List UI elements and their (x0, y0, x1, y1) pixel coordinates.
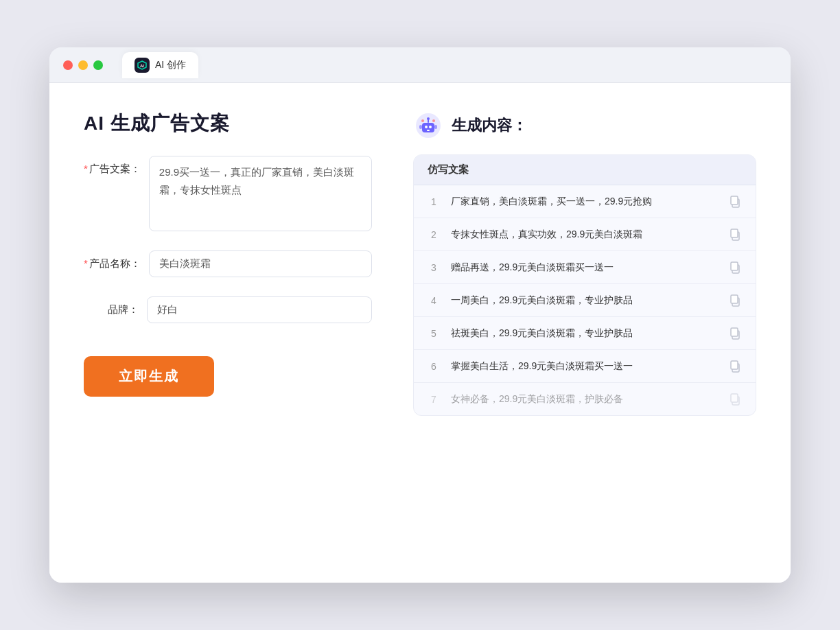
svg-text:AI: AI (140, 64, 144, 68)
close-button[interactable] (63, 60, 73, 70)
copy-button[interactable] (728, 294, 742, 307)
table-row: 2专抹女性斑点，真实功效，29.9元美白淡斑霜 (414, 218, 756, 251)
row-number: 5 (428, 328, 440, 339)
svg-point-8 (427, 117, 430, 120)
row-number: 3 (428, 262, 440, 273)
svg-rect-20 (731, 295, 738, 303)
row-text: 女神必备，29.9元美白淡斑霜，护肤必备 (451, 392, 717, 406)
brand-label: 品牌： (84, 296, 139, 316)
result-title: 生成内容： (452, 115, 527, 136)
minimize-button[interactable] (78, 60, 88, 70)
ai-tab-icon: AI (135, 58, 150, 73)
page-title: AI 生成广告文案 (84, 110, 372, 137)
ad-copy-input[interactable]: 29.9买一送一，真正的厂家直销，美白淡斑霜，专抹女性斑点 (149, 156, 372, 231)
svg-rect-26 (731, 394, 738, 402)
generate-button[interactable]: 立即生成 (84, 356, 214, 397)
row-text: 厂家直销，美白淡斑霜，买一送一，29.9元抢购 (451, 194, 717, 209)
row-number: 2 (428, 229, 440, 240)
row-number: 1 (428, 196, 440, 207)
brand-group: 品牌： (84, 296, 372, 323)
traffic-lights (63, 60, 103, 70)
left-panel: AI 生成广告文案 *广告文案： 29.9买一送一，真正的厂家直销，美白淡斑霜，… (84, 110, 372, 555)
table-row: 3赠品再送，29.9元美白淡斑霜买一送一 (414, 251, 756, 284)
svg-rect-16 (731, 229, 738, 237)
copy-button[interactable] (728, 228, 742, 242)
required-star-2: * (84, 257, 88, 269)
ad-copy-group: *广告文案： 29.9买一送一，真正的厂家直销，美白淡斑霜，专抹女性斑点 (84, 156, 372, 231)
svg-point-12 (432, 119, 435, 122)
row-text: 掌握美白生活，29.9元美白淡斑霜买一送一 (451, 359, 717, 373)
required-star-1: * (84, 163, 88, 174)
svg-rect-4 (425, 126, 428, 128)
row-number: 4 (428, 295, 440, 306)
row-text: 一周美白，29.9元美白淡斑霜，专业护肤品 (451, 293, 717, 307)
row-text: 赠品再送，29.9元美白淡斑霜买一送一 (451, 260, 717, 275)
result-table: 仿写文案 1厂家直销，美白淡斑霜，买一送一，29.9元抢购2专抹女性斑点，真实功… (413, 154, 756, 416)
ad-copy-label: *广告文案： (84, 156, 141, 176)
table-row: 4一周美白，29.9元美白淡斑霜，专业护肤品 (414, 284, 756, 317)
result-header: 生成内容： (413, 110, 756, 141)
svg-rect-10 (434, 125, 437, 129)
row-number: 7 (428, 394, 440, 405)
svg-rect-22 (731, 328, 738, 336)
right-panel: 生成内容： 仿写文案 1厂家直销，美白淡斑霜，买一送一，29.9元抢购2专抹女性… (413, 110, 756, 555)
tab-label: AI 创作 (155, 59, 186, 71)
titlebar: AI AI 创作 (49, 47, 791, 83)
svg-rect-6 (427, 130, 430, 131)
copy-button[interactable] (728, 195, 742, 209)
copy-button[interactable] (728, 360, 742, 373)
row-number: 6 (428, 361, 440, 372)
svg-rect-9 (419, 125, 422, 129)
row-text: 专抹女性斑点，真实功效，29.9元美白淡斑霜 (451, 227, 717, 242)
maximize-button[interactable] (93, 60, 103, 70)
svg-point-11 (421, 119, 424, 122)
svg-rect-24 (731, 361, 738, 369)
product-name-input[interactable] (149, 250, 372, 277)
svg-rect-14 (731, 196, 738, 205)
product-name-group: *产品名称： (84, 250, 372, 277)
robot-icon (413, 110, 443, 141)
svg-rect-18 (731, 262, 738, 270)
browser-window: AI AI 创作 AI 生成广告文案 *广告文案： 29.9买一送一，真正的厂家… (49, 47, 791, 583)
table-row: 5祛斑美白，29.9元美白淡斑霜，专业护肤品 (414, 317, 756, 350)
table-row: 6掌握美白生活，29.9元美白淡斑霜买一送一 (414, 350, 756, 383)
product-name-label: *产品名称： (84, 250, 141, 270)
copy-button[interactable] (728, 261, 742, 275)
copy-button[interactable] (728, 327, 742, 340)
content-area: AI 生成广告文案 *广告文案： 29.9买一送一，真正的厂家直销，美白淡斑霜，… (49, 83, 791, 583)
brand-input[interactable] (147, 296, 372, 323)
table-row: 7女神必备，29.9元美白淡斑霜，护肤必备 (414, 383, 756, 415)
row-text: 祛斑美白，29.9元美白淡斑霜，专业护肤品 (451, 326, 717, 340)
results-list: 1厂家直销，美白淡斑霜，买一送一，29.9元抢购2专抹女性斑点，真实功效，29.… (414, 185, 756, 415)
ai-tab[interactable]: AI AI 创作 (122, 52, 198, 78)
svg-rect-5 (429, 126, 432, 128)
copy-button[interactable] (728, 393, 742, 406)
table-header: 仿写文案 (414, 155, 756, 185)
table-row: 1厂家直销，美白淡斑霜，买一送一，29.9元抢购 (414, 185, 756, 218)
